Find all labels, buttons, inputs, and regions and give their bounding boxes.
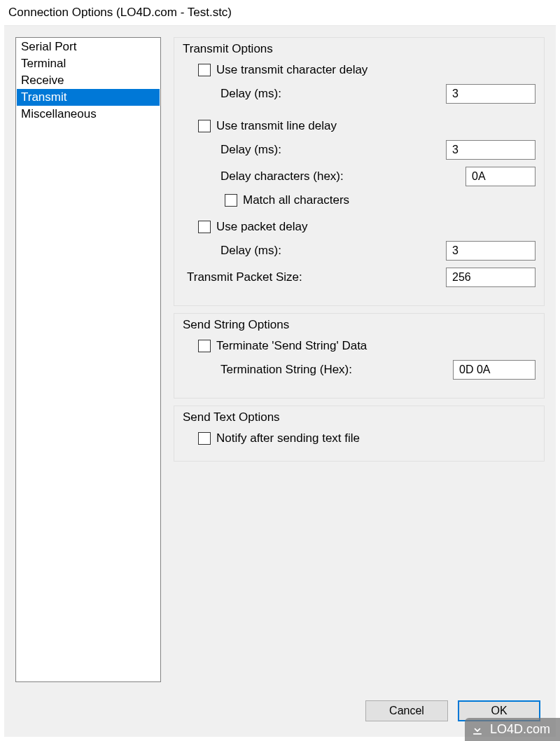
- input-line-delay[interactable]: [446, 140, 536, 160]
- input-term-string[interactable]: [453, 360, 536, 380]
- checkbox-notify[interactable]: [198, 432, 211, 445]
- label-char-delay: Use transmit character delay: [216, 63, 536, 77]
- row-delay-chars: Delay characters (hex):: [183, 167, 536, 186]
- label-delay-chars: Delay characters (hex):: [220, 169, 465, 183]
- label-line-delay: Use transmit line delay: [216, 119, 536, 133]
- checkbox-char-delay[interactable]: [198, 64, 211, 76]
- send-string-group: Send String Options Terminate 'Send Stri…: [174, 313, 545, 399]
- checkbox-line-delay[interactable]: [198, 120, 211, 132]
- transmit-options-group: Transmit Options Use transmit character …: [174, 37, 545, 306]
- content-area: Serial Port Terminal Receive Transmit Mi…: [4, 26, 556, 693]
- sidebar-item-transmit[interactable]: Transmit: [17, 89, 160, 106]
- send-text-title: Send Text Options: [183, 410, 536, 424]
- row-match-all: Match all characters: [183, 193, 536, 207]
- watermark: LO4D.com: [465, 718, 560, 741]
- sidebar-item-receive[interactable]: Receive: [17, 72, 160, 89]
- label-line-delay-ms: Delay (ms):: [220, 143, 446, 157]
- watermark-text: LO4D.com: [490, 722, 550, 737]
- input-char-delay[interactable]: [446, 84, 536, 104]
- sidebar-item-serial-port[interactable]: Serial Port: [17, 39, 160, 55]
- row-packet-delay: Use packet delay: [183, 220, 536, 234]
- category-sidebar: Serial Port Terminal Receive Transmit Mi…: [15, 37, 161, 682]
- cancel-button[interactable]: Cancel: [365, 700, 448, 721]
- label-packet-size: Transmit Packet Size:: [187, 270, 446, 284]
- label-packet-delay-ms: Delay (ms):: [220, 244, 446, 258]
- send-string-title: Send String Options: [183, 318, 536, 332]
- checkbox-terminate[interactable]: [198, 340, 211, 352]
- label-packet-delay: Use packet delay: [216, 220, 536, 234]
- label-match-all: Match all characters: [243, 193, 536, 207]
- label-notify: Notify after sending text file: [216, 431, 536, 445]
- row-terminate: Terminate 'Send String' Data: [183, 339, 536, 353]
- sidebar-item-terminal[interactable]: Terminal: [17, 55, 160, 72]
- sidebar-item-miscellaneous[interactable]: Miscellaneous: [17, 106, 160, 123]
- row-term-string: Termination String (Hex):: [183, 360, 536, 380]
- row-line-delay: Use transmit line delay: [183, 119, 536, 133]
- label-term-string: Termination String (Hex):: [220, 363, 453, 377]
- label-char-delay-ms: Delay (ms):: [220, 87, 446, 101]
- download-icon: [470, 723, 484, 737]
- row-line-delay-value: Delay (ms):: [183, 140, 536, 160]
- row-packet-delay-value: Delay (ms):: [183, 241, 536, 261]
- checkbox-packet-delay[interactable]: [198, 221, 211, 233]
- input-packet-size[interactable]: [446, 268, 536, 287]
- label-terminate: Terminate 'Send String' Data: [216, 339, 536, 353]
- transmit-options-title: Transmit Options: [183, 42, 536, 56]
- checkbox-match-all[interactable]: [225, 194, 237, 207]
- row-char-delay-value: Delay (ms):: [183, 84, 536, 104]
- dialog-body: Serial Port Terminal Receive Transmit Mi…: [4, 25, 556, 737]
- input-delay-chars[interactable]: [465, 167, 536, 186]
- row-char-delay: Use transmit character delay: [183, 63, 536, 77]
- send-text-group: Send Text Options Notify after sending t…: [174, 406, 545, 462]
- row-packet-size: Transmit Packet Size:: [183, 268, 536, 287]
- row-notify: Notify after sending text file: [183, 431, 536, 445]
- window-title: Connection Options (LO4D.com - Test.stc): [0, 0, 560, 24]
- input-packet-delay[interactable]: [446, 241, 536, 261]
- main-panel: Transmit Options Use transmit character …: [174, 37, 545, 682]
